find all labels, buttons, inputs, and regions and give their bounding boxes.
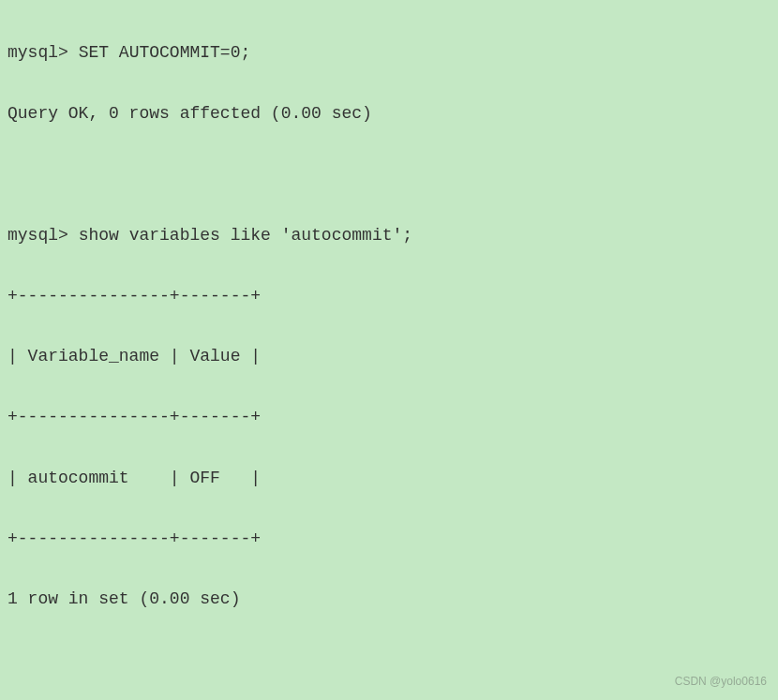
blank-line [7,159,771,189]
blank-line [7,645,771,675]
command-line: mysql> SET AUTOCOMMIT=0; [7,37,771,67]
table-border: +---------------+-------+ [7,402,771,432]
query-result: Query OK, 0 rows affected (0.00 sec) [7,98,771,128]
table-border: +---------------+-------+ [7,524,771,554]
sql-command: show variables like 'autocommit'; [79,226,412,245]
table-border: +---------------+-------+ [7,281,771,311]
terminal-output: mysql> SET AUTOCOMMIT=0; Query OK, 0 row… [7,7,771,700]
watermark-text: CSDN @yolo0616 [675,672,767,693]
sql-command: SET AUTOCOMMIT=0; [79,43,251,62]
table-header: | Variable_name | Value | [7,341,771,371]
command-line: mysql> show variables like 'autocommit'; [7,220,771,250]
prompt: mysql> [7,43,79,62]
table-row: | autocommit | OFF | [7,463,771,493]
result-footer: 1 row in set (0.00 sec) [7,584,771,614]
prompt: mysql> [7,226,79,245]
